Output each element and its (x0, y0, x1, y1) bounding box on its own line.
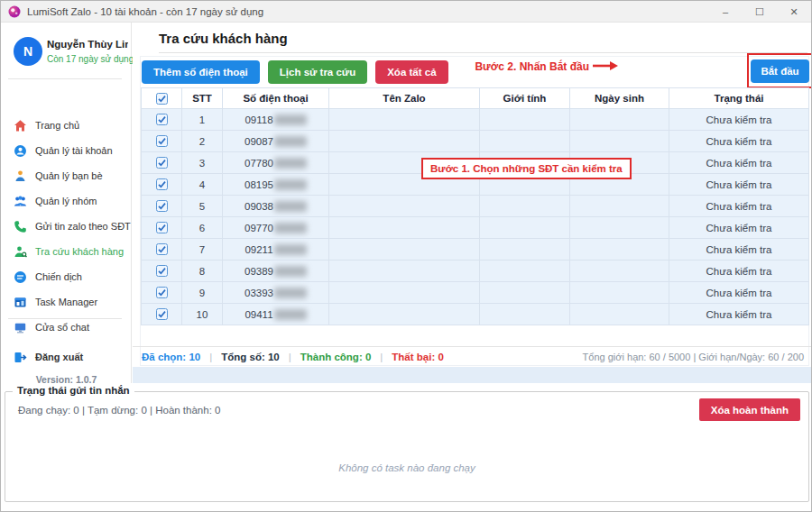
table-row: 1009411Chưa kiểm tra (142, 304, 809, 325)
cell-birthday (570, 196, 669, 217)
row-checkbox[interactable] (156, 287, 168, 298)
header-gender: Giới tính (480, 88, 570, 109)
cell-zalo-name (329, 196, 480, 217)
cell-zalo-name (329, 109, 480, 131)
table-row: 209087Chưa kiểm tra (142, 131, 809, 152)
row-checkbox[interactable] (156, 308, 168, 320)
phone-prefix: 03393 (245, 288, 273, 298)
close-button[interactable]: ✕ (777, 1, 811, 23)
logout-container: Đăng xuất (1, 344, 131, 370)
cell-gender (480, 282, 570, 304)
cell-stt: 4 (182, 174, 223, 196)
cell-stt: 1 (182, 109, 223, 131)
start-button[interactable]: Bắt đầu (751, 59, 808, 83)
phone-prefix: 09770 (245, 223, 273, 233)
header-phone: Số điện thoại (223, 88, 329, 109)
sidebar-item-logout[interactable]: Đăng xuất (1, 344, 131, 370)
phone-prefix: 09038 (245, 201, 273, 212)
row-checkbox[interactable] (156, 157, 168, 169)
phone-prefix: 09118 (245, 114, 272, 125)
row-checkbox[interactable] (156, 265, 168, 277)
minimize-button[interactable]: – (708, 1, 743, 23)
sidebar-item-7[interactable]: Task Manager (1, 289, 131, 315)
separator: | (209, 352, 212, 362)
cell-stt: 3 (182, 152, 223, 174)
avatar: N (14, 37, 42, 66)
table-row: 709211Chưa kiểm tra (142, 239, 809, 261)
cell-gender (480, 109, 570, 131)
sidebar-item-5[interactable]: Tra cứu khách hàng (1, 239, 131, 264)
header-stt: STT (182, 88, 223, 109)
friends-icon (14, 169, 27, 183)
redacted-digits (274, 179, 307, 190)
cell-zalo-name (329, 304, 480, 325)
success-count: Thành công: 0 (300, 352, 372, 362)
toolbar: Thêm số điện thoại Lịch sử tra cứu Xóa t… (142, 60, 448, 84)
sidebar-item-2[interactable]: Quản lý bạn bè (1, 163, 131, 188)
start-button-highlight-box: Bắt đầu (747, 53, 812, 88)
cell-status: Chưa kiểm tra (669, 239, 809, 261)
select-all-checkbox[interactable] (156, 93, 168, 105)
cell-stt: 10 (182, 304, 223, 325)
cell-zalo-name (329, 131, 480, 152)
redacted-digits (274, 136, 307, 147)
divider (159, 52, 807, 53)
lookup-history-button[interactable]: Lịch sử tra cứu (268, 60, 367, 84)
header-status: Trạng thái (669, 88, 809, 109)
row-checkbox[interactable] (156, 200, 168, 212)
cell-status: Chưa kiểm tra (669, 109, 809, 131)
cell-zalo-name (329, 261, 480, 282)
cell-phone: 09118 (223, 109, 329, 131)
phone-prefix: 09211 (245, 244, 272, 255)
separator: | (289, 352, 291, 362)
row-checkbox[interactable] (156, 178, 168, 190)
sidebar-item-label: Cửa sổ chat (35, 322, 89, 333)
cell-zalo-name (329, 282, 480, 304)
cell-stt: 5 (182, 196, 223, 217)
sidebar-item-1[interactable]: Quản lý tài khoản (1, 138, 131, 163)
user-name: Nguyễn Thùy Linh (47, 39, 128, 50)
cell-phone: 08195 (223, 174, 329, 196)
add-phone-button[interactable]: Thêm số điện thoại (142, 60, 260, 84)
cell-phone: 09038 (223, 196, 329, 217)
sidebar-item-4[interactable]: Gửi tin zalo theo SĐT (1, 214, 131, 239)
header-birthday: Ngày sinh (570, 88, 669, 109)
cell-phone: 09770 (223, 217, 329, 239)
table-row: 509038Chưa kiểm tra (142, 196, 809, 217)
app-window: LumiSoft Zalo - 10 tài khoản - còn 17 ng… (0, 0, 812, 512)
cell-checkbox (142, 239, 182, 261)
row-checkbox[interactable] (156, 243, 168, 255)
sidebar-item-6[interactable]: Chiến dịch (1, 264, 131, 289)
account-icon (14, 144, 27, 158)
user-profile: N Nguyễn Thùy Linh Còn 17 ngày sử dụng (1, 35, 131, 80)
separator: | (380, 352, 383, 362)
maximize-button[interactable]: ☐ (743, 1, 777, 23)
total-count: Tổng số: 10 (221, 352, 280, 362)
stats-bar: Đã chọn: 10 | Tổng số: 10 | Thành công: … (133, 346, 812, 367)
sidebar-item-label: Quản lý nhóm (35, 196, 97, 206)
cell-checkbox (142, 282, 182, 304)
clear-completed-button[interactable]: Xóa hoàn thành (699, 398, 800, 421)
limits-label: Tổng giới hạn: 60 / 5000 | Giới hạn/Ngày… (583, 352, 804, 362)
sidebar-item-3[interactable]: Quản lý nhóm (1, 188, 131, 214)
row-checkbox[interactable] (156, 114, 168, 125)
failed-count: Thất bại: 0 (392, 352, 444, 362)
cell-zalo-name (329, 217, 480, 239)
phone-table-body: 109118Chưa kiểm tra209087Chưa kiểm tra30… (142, 109, 809, 325)
sidebar-menu: Trang chủQuản lý tài khoảnQuản lý bạn bè… (1, 113, 131, 340)
sidebar-item-label: Gửi tin zalo theo SĐT (35, 221, 131, 232)
sidebar-item-label: Quản lý tài khoản (35, 145, 113, 156)
clear-all-button[interactable]: Xóa tất cả (375, 60, 448, 84)
sidebar-item-0[interactable]: Trang chủ (1, 113, 131, 138)
groupbox-title: Trạng thái gửi tin nhắn (13, 385, 134, 396)
cell-birthday (570, 261, 669, 282)
app-logo-icon (8, 5, 21, 18)
panel-gap-band (133, 367, 812, 383)
cell-status: Chưa kiểm tra (669, 304, 809, 325)
row-checkbox[interactable] (156, 135, 168, 147)
divider (8, 318, 122, 319)
cell-stt: 9 (182, 282, 223, 304)
row-checkbox[interactable] (156, 222, 168, 233)
campaign-icon (14, 270, 27, 284)
redacted-digits (274, 244, 307, 255)
